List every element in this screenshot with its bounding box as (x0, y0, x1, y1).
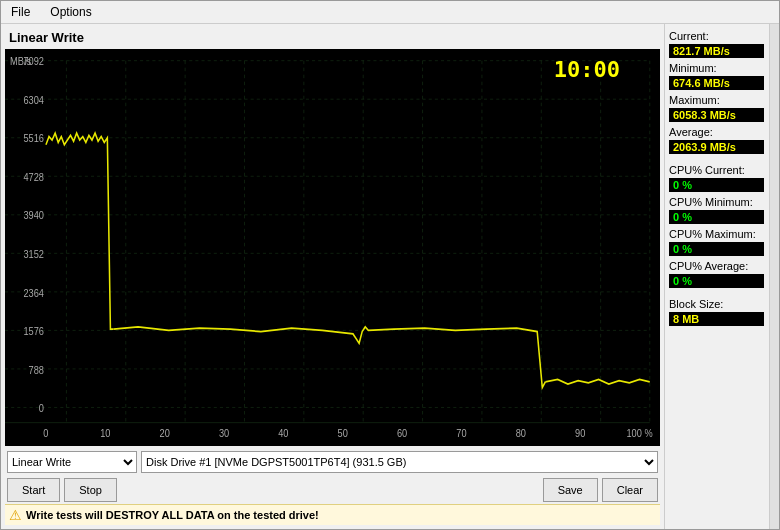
chart-timer: 10:00 (554, 57, 620, 82)
cpu-maximum-value: 0 % (669, 242, 764, 256)
chart-title: Linear Write (5, 28, 660, 47)
file-menu[interactable]: File (5, 3, 36, 21)
svg-text:20: 20 (160, 427, 171, 439)
warning-row: ⚠ Write tests will DESTROY ALL DATA on t… (5, 504, 660, 525)
menubar: File Options (1, 1, 779, 24)
svg-text:30: 30 (219, 427, 230, 439)
block-size-label: Block Size: (669, 298, 765, 310)
svg-text:788: 788 (29, 364, 45, 376)
cpu-minimum-value: 0 % (669, 210, 764, 224)
svg-text:3940: 3940 (23, 210, 44, 222)
maximum-label: Maximum: (669, 94, 765, 106)
svg-text:90: 90 (575, 427, 586, 439)
svg-text:80: 80 (516, 427, 527, 439)
svg-text:1576: 1576 (23, 326, 44, 338)
options-menu[interactable]: Options (44, 3, 97, 21)
svg-text:5516: 5516 (23, 133, 44, 145)
svg-text:60: 60 (397, 427, 408, 439)
controls-row: Linear Write Linear Read Random Write Ra… (5, 448, 660, 476)
current-value: 821.7 MB/s (669, 44, 764, 58)
svg-text:50: 50 (338, 427, 349, 439)
main-window: File Options Linear Write (0, 0, 780, 530)
clear-button[interactable]: Clear (602, 478, 658, 502)
cpu-minimum-label: CPU% Minimum: (669, 196, 765, 208)
svg-text:2364: 2364 (23, 287, 44, 299)
stop-button[interactable]: Stop (64, 478, 117, 502)
drive-select[interactable]: Disk Drive #1 [NVMe DGPST5001TP6T4] (931… (141, 451, 658, 473)
minimum-label: Minimum: (669, 62, 765, 74)
svg-text:0: 0 (43, 427, 49, 439)
average-value: 2063.9 MB/s (669, 140, 764, 154)
right-panel: Current: 821.7 MB/s Minimum: 674.6 MB/s … (664, 24, 769, 529)
cpu-current-value: 0 % (669, 178, 764, 192)
test-select[interactable]: Linear Write Linear Read Random Write Ra… (7, 451, 137, 473)
svg-text:40: 40 (278, 427, 289, 439)
cpu-current-label: CPU% Current: (669, 164, 765, 176)
main-panel: Linear Write (1, 24, 664, 529)
svg-text:10: 10 (100, 427, 111, 439)
button-row: Start Stop Save Clear (5, 476, 660, 504)
cpu-average-value: 0 % (669, 274, 764, 288)
warning-text: Write tests will DESTROY ALL DATA on the… (26, 509, 319, 521)
block-size-value: 8 MB (669, 312, 764, 326)
warning-icon: ⚠ (9, 507, 22, 523)
svg-text:100 %: 100 % (626, 427, 652, 439)
maximum-value: 6058.3 MB/s (669, 108, 764, 122)
average-label: Average: (669, 126, 765, 138)
content-area: Linear Write (1, 24, 779, 529)
cpu-maximum-label: CPU% Maximum: (669, 228, 765, 240)
svg-rect-0 (5, 49, 660, 446)
svg-text:MB/s: MB/s (10, 56, 31, 68)
svg-text:70: 70 (456, 427, 467, 439)
svg-text:6304: 6304 (23, 94, 44, 106)
scrollbar[interactable] (769, 24, 779, 529)
svg-text:4728: 4728 (23, 171, 44, 183)
chart-container: 7092 6304 5516 4728 3940 3152 2364 1576 … (5, 49, 660, 446)
save-button[interactable]: Save (543, 478, 598, 502)
svg-text:3152: 3152 (23, 248, 43, 260)
start-button[interactable]: Start (7, 478, 60, 502)
current-label: Current: (669, 30, 765, 42)
svg-text:0: 0 (39, 403, 45, 415)
minimum-value: 674.6 MB/s (669, 76, 764, 90)
cpu-average-label: CPU% Average: (669, 260, 765, 272)
chart-svg: 7092 6304 5516 4728 3940 3152 2364 1576 … (5, 49, 660, 446)
